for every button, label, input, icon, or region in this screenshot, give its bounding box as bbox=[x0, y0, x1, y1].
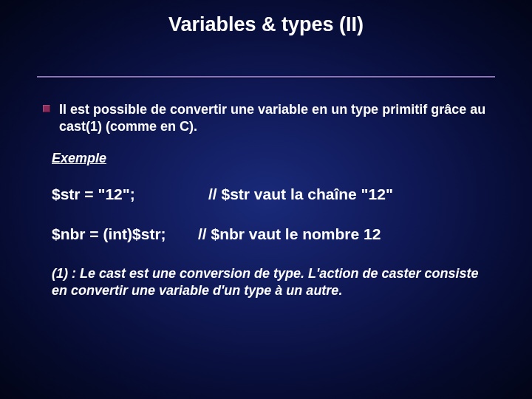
bullet-item: Il est possible de convertir une variabl… bbox=[43, 101, 489, 134]
code-comment-1: // $str vaut la chaîne "12" bbox=[208, 185, 393, 203]
slide: Variables & types (II) Il est possible d… bbox=[0, 0, 532, 399]
code-statement-2: $nbr = (int)$str; bbox=[52, 225, 198, 243]
code-statement-1: $str = "12"; bbox=[52, 185, 208, 203]
footnote: (1) : Le cast est une conversion de type… bbox=[52, 265, 489, 299]
code-comment-2: // $nbr vaut le nombre 12 bbox=[198, 225, 381, 243]
code-line-1: $str = "12"; // $str vaut la chaîne "12" bbox=[52, 185, 502, 203]
bullet-text: Il est possible de convertir une variabl… bbox=[59, 101, 489, 134]
slide-title: Variables & types (II) bbox=[37, 13, 495, 42]
example-label: Exemple bbox=[52, 151, 502, 166]
code-line-2: $nbr = (int)$str; // $nbr vaut le nombre… bbox=[52, 225, 502, 243]
bullet-icon bbox=[43, 105, 50, 112]
